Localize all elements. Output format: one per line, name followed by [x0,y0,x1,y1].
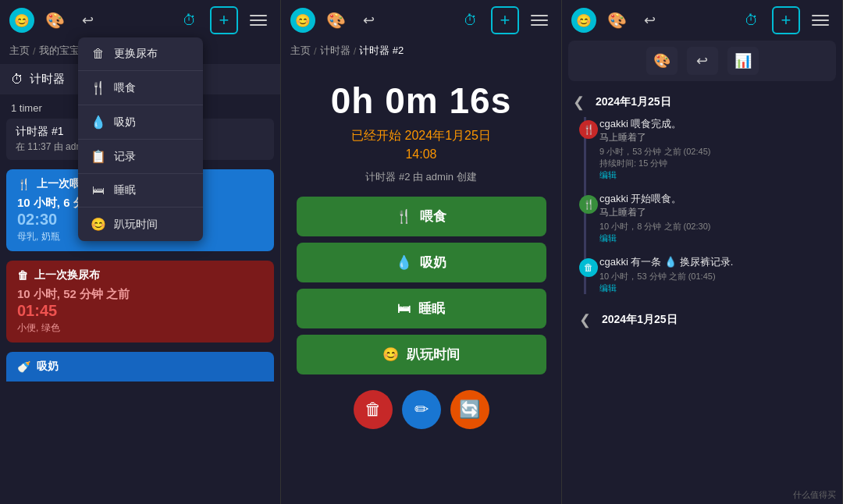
dropdown-item-tummy[interactable]: 😊 趴玩时间 [78,208,203,241]
action-pump-label: 吸奶 [420,254,446,272]
action-btn-sleep[interactable]: 🛏 睡眠 [297,289,546,328]
dropdown-item-sleep[interactable]: 🛏 睡眠 [78,174,203,208]
menu-button-2[interactable] [527,8,552,33]
history-icon[interactable]: ↩ [75,8,100,33]
diaper-time-ago: 10 小时, 52 分钟 之前 [17,287,263,302]
event-edit-3[interactable]: 编辑 [599,282,836,294]
event-edit-2[interactable]: 编辑 [599,232,836,244]
refresh-button[interactable]: 🔄 [450,390,489,429]
dropdown-item-record[interactable]: 📋 记录 [78,140,203,174]
add-button-1[interactable]: + [210,6,238,34]
baby-icon-3[interactable]: 😊 [571,8,596,33]
p3-chart-btn[interactable]: 📊 [727,47,759,75]
action-sleep-icon: 🛏 [397,301,411,317]
action-tummy-label: 趴玩时间 [407,346,460,364]
menu-line [250,15,267,16]
dropdown-item-feed[interactable]: 🍴 喂食 [78,71,203,105]
timer-icon-3[interactable]: ⏱ [739,8,764,33]
top-bar-3: 😊 🎨 ↩ ⏱ + [562,0,842,41]
pump-card-title: 吸奶 [37,360,59,374]
card-red-header: 🗑 上一次换尿布 [17,268,263,282]
event-duration-1: 持续时间: 15 分钟 [599,158,836,169]
menu-button-3[interactable] [808,8,833,33]
sleep-icon: 🛏 [91,183,106,197]
card-last-diaper[interactable]: 🗑 上一次换尿布 10 小时, 52 分钟 之前 01:45 小便, 绿色 [6,261,274,343]
edit-button[interactable]: ✏ [402,390,441,429]
action-feed-label: 喂食 [420,208,446,225]
panel-2: 😊 🎨 ↩ ⏱ + 主页 / 计时器 / 计时器 #2 0h 0m 16s 已经… [281,0,562,504]
dropdown-label-diaper: 更换尿布 [114,47,158,61]
p3-top-actions: 🎨 ↩ 📊 [568,41,836,81]
action-feed-icon: 🍴 [396,208,412,225]
breadcrumb-active-2: 计时器 #2 [359,44,404,58]
menu-line-2 [531,24,548,26]
pump-card-icon: 🍼 [17,360,30,373]
breadcrumb-home[interactable]: 主页 [9,44,30,58]
menu-line [250,20,267,21]
action-sleep-label: 睡眠 [418,300,445,318]
record-icon: 📋 [91,149,106,164]
breadcrumb-sep2-2: / [354,45,357,57]
action-btn-feed[interactable]: 🍴 喂食 [297,197,546,236]
breadcrumb-2: 主页 / 计时器 / 计时器 #2 [281,41,561,64]
breadcrumb-sep1: / [33,45,36,57]
event-time-2: 10 小时，8 分钟 之前 (02:30) [599,221,836,232]
dropdown-item-diaper[interactable]: 🗑 更换尿布 [78,37,203,71]
dropdown-label-tummy: 趴玩时间 [114,218,158,232]
menu-line-3 [812,24,829,26]
diaper-icon: 🗑 [91,47,106,61]
diaper-card-title: 上一次换尿布 [34,268,100,282]
timeline: 🍴 cgakki 喂食完成。 马上睡着了 9 小时，53 分钟 之前 (02:4… [568,117,836,294]
diaper-card-icon: 🗑 [17,269,28,282]
history-icon-2[interactable]: ↩ [356,8,381,33]
breadcrumb-mybaby[interactable]: 我的宝宝 [39,44,80,58]
timer-icon-1[interactable]: ⏱ [177,8,202,33]
panel-1: 😊 🎨 ↩ ⏱ + 主页 / 我的宝宝 / 看板 ⏱ 计时器 1 timer 计… [0,0,281,504]
p3-palette-btn[interactable]: 🎨 [646,47,678,75]
feed-icon: 🍴 [91,80,106,95]
event-edit-1[interactable]: 编辑 [599,169,836,181]
menu-line-2 [531,20,548,21]
card-pump-header: 🍼 吸奶 [17,360,263,374]
event-title-1: cgakki 喂食完成。 [599,117,836,131]
delete-button[interactable]: 🗑 [354,390,393,429]
palette-icon-3[interactable]: 🎨 [604,8,629,33]
big-timer-display: 0h 0m 16s [331,80,511,122]
event-time-3: 10 小时，53 分钟 之前 (01:45) [599,271,836,282]
feed-card-icon: 🍴 [17,178,30,190]
menu-button-1[interactable] [246,8,271,33]
left-icons-2: 😊 🎨 ↩ [290,8,381,33]
right-icons-3: ⏱ + [739,6,833,34]
card-pump-partial[interactable]: 🍼 吸奶 [6,352,274,382]
right-icons-2: ⏱ + [458,6,552,34]
baby-icon[interactable]: 😊 [9,8,34,33]
timeline-event-3: 🗑 cgakki 有一条 💧 换尿裤记录. 10 小时，53 分钟 之前 (01… [599,255,836,294]
action-btn-pump[interactable]: 💧 吸奶 [297,243,546,282]
date-label: 2024年1月25日 [596,95,671,109]
history-icon-3[interactable]: ↩ [637,8,662,33]
add-button-3[interactable]: + [772,6,800,34]
dropdown-label-pump: 吸奶 [114,115,136,130]
event-title-2: cgakki 开始喂食。 [599,192,836,206]
action-pump-icon: 💧 [396,254,412,271]
p3-history-btn[interactable]: ↩ [687,47,718,75]
timer-icon-2[interactable]: ⏱ [458,8,483,33]
dropdown-menu: 🗑 更换尿布 🍴 喂食 💧 吸奶 📋 记录 🛏 睡眠 😊 趴玩时间 [78,37,203,241]
action-tummy-icon: 😊 [382,346,399,363]
breadcrumb-timer-2[interactable]: 计时器 [320,44,350,58]
menu-line-3 [812,15,829,16]
date-prev-btn-bottom[interactable]: ❮ [574,310,596,330]
diaper-detail: 小便, 绿色 [17,321,263,335]
right-icons-1: ⏱ + [177,6,271,34]
timer-started-label: 已经开始 2024年1月25日14:08 [351,126,491,164]
palette-icon-2[interactable]: 🎨 [323,8,348,33]
add-button-2[interactable]: + [491,6,519,34]
watermark: 什么值得买 [793,489,836,501]
action-btn-tummy[interactable]: 😊 趴玩时间 [297,335,546,374]
breadcrumb-home-2[interactable]: 主页 [290,44,311,58]
event-subtitle-2: 马上睡着了 [599,206,836,219]
baby-icon-2[interactable]: 😊 [290,8,315,33]
dropdown-item-pump[interactable]: 💧 吸奶 [78,105,203,140]
palette-icon[interactable]: 🎨 [42,8,67,33]
date-prev-btn[interactable]: ❮ [568,92,589,112]
